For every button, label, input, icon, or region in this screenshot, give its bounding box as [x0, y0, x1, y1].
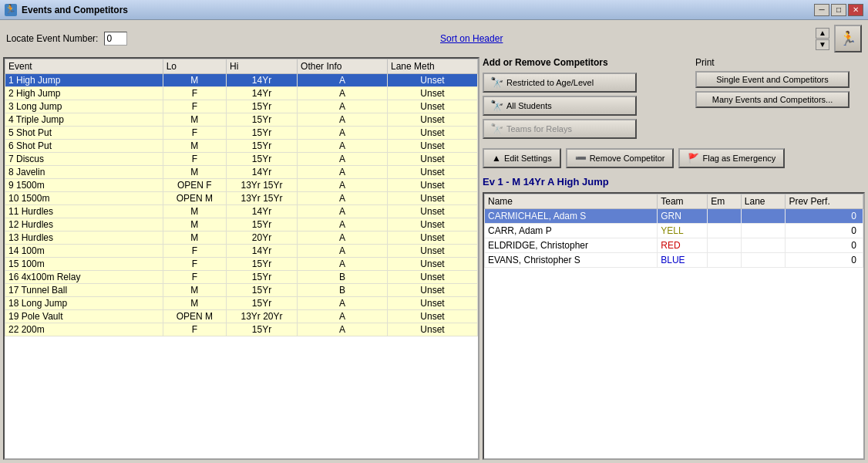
table-row[interactable]: 11 Hurdles M 14Yr A Unset — [5, 205, 478, 218]
remove-competitor-btn[interactable]: ➖ Remove Competitor — [566, 148, 675, 168]
add-remove-section: Add or Remove Competitors 🔭 Restricted t… — [483, 57, 695, 142]
toolbar-row: Locate Event Number: Sort on Header ▲ ▼ … — [3, 23, 865, 54]
table-row[interactable]: 15 100m F 15Yr A Unset — [5, 258, 478, 271]
table-row[interactable]: 8 Javelin M 14Yr A Unset — [5, 166, 478, 179]
print-many-btn[interactable]: Many Events and Competitors... — [695, 91, 849, 108]
comp-col-em[interactable]: Em — [708, 194, 742, 209]
comp-cell-lane — [741, 253, 786, 268]
comp-cell-team: YELL — [658, 224, 708, 238]
table-row[interactable]: 5 Shot Put F 15Yr A Unset — [5, 127, 478, 140]
list-item[interactable]: CARMICHAEL, Adam S GRN 0 — [485, 209, 863, 224]
close-button[interactable]: ✕ — [848, 4, 863, 16]
toolbar-action-icon[interactable]: 🏃 — [834, 25, 862, 52]
comp-col-lane[interactable]: Lane — [741, 194, 786, 209]
table-row[interactable]: 18 Long Jump M 15Yr A Unset — [5, 297, 478, 310]
minus-icon: ➖ — [575, 153, 587, 164]
list-item[interactable]: CARR, Adam P YELL 0 — [485, 224, 863, 238]
comp-cell-name: EVANS, Christopher S — [485, 253, 658, 268]
cell-lane: Unset — [388, 87, 478, 100]
locate-label: Locate Event Number: — [6, 33, 98, 44]
restore-button[interactable]: □ — [831, 4, 846, 16]
table-row[interactable]: 3 Long Jump F 15Yr A Unset — [5, 100, 478, 113]
comp-cell-team: GRN — [658, 209, 708, 224]
locate-input[interactable] — [104, 32, 127, 46]
cell-event: 8 Javelin — [5, 166, 163, 179]
table-row[interactable]: 6 Shot Put M 15Yr A Unset — [5, 140, 478, 153]
cell-lo: M — [163, 140, 226, 153]
cell-event: 11 Hurdles — [5, 205, 163, 218]
cell-hi: 15Yr — [226, 284, 297, 297]
table-row[interactable]: 16 4x100m Relay F 15Yr B Unset — [5, 271, 478, 284]
cell-other: B — [298, 271, 388, 284]
print-single-btn[interactable]: Single Event and Competitors — [695, 71, 849, 88]
cell-lane: Unset — [388, 153, 478, 166]
cell-hi: 15Yr — [226, 258, 297, 271]
list-item[interactable]: ELDRIDGE, Christopher RED 0 — [485, 238, 863, 253]
cell-lane: Unset — [388, 140, 478, 153]
col-header-event[interactable]: Event — [5, 59, 163, 74]
competitors-header: Name Team Em Lane Prev Perf. — [485, 194, 863, 209]
scroll-down-btn[interactable]: ▼ — [816, 39, 829, 50]
col-header-lane[interactable]: Lane Meth — [388, 59, 478, 74]
right-panel: Add or Remove Competitors 🔭 Restricted t… — [483, 57, 865, 460]
cell-lo: M — [163, 284, 226, 297]
cell-lo: OPEN F — [163, 179, 226, 192]
restricted-age-btn[interactable]: 🔭 Restricted to Age/Level — [483, 73, 637, 93]
competitors-section: Name Team Em Lane Prev Perf. CARMICHAEL,… — [483, 192, 865, 460]
cell-lo: M — [163, 218, 226, 231]
table-row[interactable]: 19 Pole Vault OPEN M 13Yr 20Yr A Unset — [5, 310, 478, 323]
cell-other: A — [298, 127, 388, 140]
cell-lo: F — [163, 153, 226, 166]
main-content: Locate Event Number: Sort on Header ▲ ▼ … — [0, 20, 868, 463]
table-row[interactable]: 12 Hurdles M 15Yr A Unset — [5, 218, 478, 231]
edit-settings-btn[interactable]: ▲ Edit Settings — [483, 148, 561, 168]
cell-lo: F — [163, 87, 226, 100]
table-row[interactable]: 7 Discus F 15Yr A Unset — [5, 153, 478, 166]
cell-other: A — [298, 323, 388, 336]
cell-hi: 20Yr — [226, 231, 297, 245]
table-row[interactable]: 13 Hurdles M 20Yr A Unset — [5, 231, 478, 245]
table-row[interactable]: 17 Tunnel Ball M 15Yr B Unset — [5, 284, 478, 297]
table-row[interactable]: 22 200m F 15Yr A Unset — [5, 323, 478, 336]
minimize-button[interactable]: ─ — [814, 4, 829, 16]
cell-event: 13 Hurdles — [5, 231, 163, 245]
comp-cell-em — [708, 224, 742, 238]
flag-emergency-btn[interactable]: 🚩 Flag as Emergency — [678, 148, 785, 168]
table-row[interactable]: 1 High Jump M 14Yr A Unset — [5, 74, 478, 87]
all-students-btn[interactable]: 🔭 All Students — [483, 96, 637, 116]
cell-other: A — [298, 87, 388, 100]
comp-cell-prev: 0 — [786, 238, 863, 253]
cell-lane: Unset — [388, 100, 478, 113]
table-row[interactable]: 9 1500m OPEN F 13Yr 15Yr A Unset — [5, 179, 478, 192]
cell-lo: OPEN M — [163, 192, 226, 205]
comp-col-team[interactable]: Team — [658, 194, 708, 209]
cell-lo: F — [163, 127, 226, 140]
app-icon: 🏃 — [5, 4, 17, 16]
comp-col-prev[interactable]: Prev Perf. — [786, 194, 863, 209]
cell-lo: M — [163, 205, 226, 218]
table-row[interactable]: 2 High Jump F 14Yr A Unset — [5, 87, 478, 100]
cell-hi: 15Yr — [226, 153, 297, 166]
comp-cell-lane — [741, 209, 786, 224]
table-row[interactable]: 4 Triple Jump M 15Yr A Unset — [5, 113, 478, 127]
cell-lo: M — [163, 74, 226, 87]
cell-lane: Unset — [388, 127, 478, 140]
event-title: Ev 1 - M 14Yr A High Jump — [483, 174, 865, 189]
scroll-up-btn[interactable]: ▲ — [816, 28, 829, 39]
events-panel: Event Lo Hi Other Info Lane Meth 1 High … — [3, 57, 479, 460]
comp-col-name[interactable]: Name — [485, 194, 658, 209]
table-row[interactable]: 14 100m F 14Yr A Unset — [5, 245, 478, 258]
cell-hi: 15Yr — [226, 323, 297, 336]
col-header-hi[interactable]: Hi — [226, 59, 297, 74]
cell-hi: 13Yr 15Yr — [226, 179, 297, 192]
cell-other: A — [298, 192, 388, 205]
cell-other: A — [298, 297, 388, 310]
sort-header-link[interactable]: Sort on Header — [440, 33, 503, 44]
cell-hi: 13Yr 20Yr — [226, 310, 297, 323]
teams-relays-btn[interactable]: 🔭 Teams for Relays — [483, 119, 637, 139]
list-item[interactable]: EVANS, Christopher S BLUE 0 — [485, 253, 863, 268]
col-header-lo[interactable]: Lo — [163, 59, 226, 74]
cell-event: 1 High Jump — [5, 74, 163, 87]
col-header-other[interactable]: Other Info — [298, 59, 388, 74]
table-row[interactable]: 10 1500m OPEN M 13Yr 15Yr A Unset — [5, 192, 478, 205]
